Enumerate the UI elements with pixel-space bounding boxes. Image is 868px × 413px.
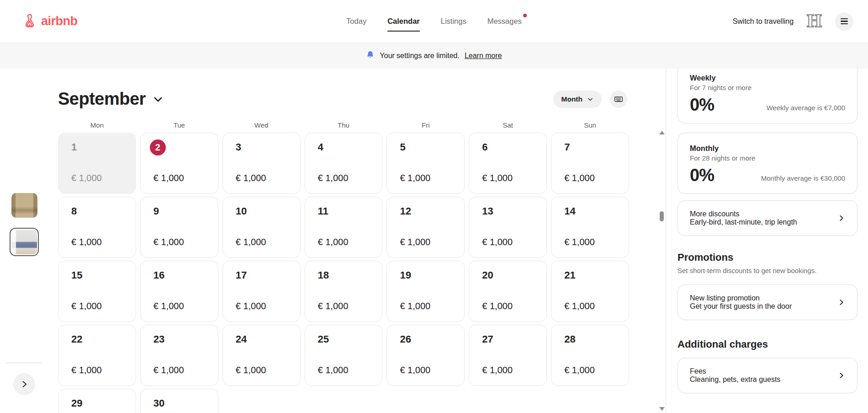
- fees-card[interactable]: Fees Cleaning, pets, extra guests: [677, 358, 857, 393]
- listing-thumbnail-cathedral[interactable]: [11, 193, 37, 218]
- monthly-discount-value: 0%: [690, 166, 714, 185]
- scrollbar-thumb[interactable]: [660, 211, 664, 221]
- day-number: 19: [400, 269, 464, 281]
- pricing-settings-sidebar: Weekly For 7 nights or more 0% Weekly av…: [666, 69, 868, 413]
- more-discounts-card[interactable]: More discounts Early-bird, last-minute, …: [677, 200, 857, 236]
- day-number: 26: [400, 333, 464, 345]
- day-price: € 1,000: [153, 365, 184, 375]
- month-title-label: September: [58, 89, 146, 109]
- content-area: September Month: [0, 69, 868, 413]
- calendar-day-cell[interactable]: 21€ 1,000: [551, 261, 629, 322]
- calendar-day-cell[interactable]: 18€ 1,000: [305, 261, 383, 322]
- day-price: € 1,000: [482, 237, 513, 247]
- card-subtitle: Get your first guests in the door: [690, 302, 838, 311]
- calendar-day-cell[interactable]: 26€ 1,000: [386, 325, 465, 386]
- day-number: 16: [153, 269, 218, 281]
- calendar-day-cell[interactable]: 17€ 1,000: [222, 261, 301, 322]
- calendar-day-cell[interactable]: 25€ 1,000: [305, 325, 383, 386]
- calendar-day-cell[interactable]: 6€ 1,000: [469, 133, 547, 194]
- calendar-day-cell[interactable]: 12€ 1,000: [386, 197, 465, 258]
- day-number: 6: [482, 141, 546, 153]
- calendar-day-cell[interactable]: 11€ 1,000: [305, 197, 383, 258]
- weekday-label: Sat: [469, 121, 547, 129]
- view-mode-dropdown[interactable]: Month: [553, 91, 602, 108]
- calendar-day-cell[interactable]: 3€ 1,000: [222, 133, 301, 194]
- month-selector[interactable]: September: [58, 89, 164, 109]
- listing-rail: [0, 69, 58, 413]
- keyboard-shortcuts-button[interactable]: [610, 91, 627, 108]
- bell-icon: [366, 50, 375, 61]
- airbnb-logo[interactable]: airbnb: [22, 12, 78, 31]
- switch-to-travelling-link[interactable]: Switch to travelling: [733, 17, 794, 26]
- calendar-scrollbar[interactable]: [658, 131, 665, 411]
- calendar-day-cell[interactable]: 24€ 1,000: [222, 325, 301, 386]
- day-number: 15: [71, 269, 136, 281]
- top-navigation-bar: airbnb Today Calendar Listings Messages …: [0, 0, 868, 43]
- scroll-down-arrow-icon[interactable]: [659, 407, 665, 411]
- day-number: 24: [236, 333, 300, 345]
- day-price: € 1,000: [318, 365, 349, 375]
- view-mode-label: Month: [561, 95, 582, 103]
- day-number: 18: [318, 269, 382, 281]
- nav-tab-messages[interactable]: Messages: [487, 15, 522, 27]
- monthly-discount-card[interactable]: Monthly For 28 nights or more 0% Monthly…: [677, 133, 857, 194]
- day-price: € 1,000: [400, 301, 430, 311]
- calendar-day-cell[interactable]: 16€ 1,000: [140, 261, 218, 322]
- calendar-day-cell[interactable]: 1€ 1,000: [58, 133, 136, 194]
- day-number: 4: [318, 141, 382, 153]
- chevron-right-icon: [20, 380, 29, 389]
- learn-more-link[interactable]: Learn more: [465, 52, 502, 60]
- day-price: € 1,000: [153, 301, 184, 311]
- calendar-day-cell[interactable]: 28€ 1,000: [551, 325, 629, 386]
- calendar-day-cell[interactable]: 20€ 1,000: [469, 261, 547, 322]
- weekday-label: Sun: [551, 121, 629, 129]
- calendar-day-cell[interactable]: 22€ 1,000: [58, 325, 136, 386]
- calendar-day-cell[interactable]: 14€ 1,000: [551, 197, 629, 258]
- calendar-day-cell[interactable]: 8€ 1,000: [58, 197, 136, 258]
- calendar-day-cell[interactable]: 4€ 1,000: [305, 133, 383, 194]
- hamburger-icon: [841, 18, 848, 19]
- calendar-day-cell[interactable]: 30: [140, 389, 218, 413]
- card-title: More discounts: [690, 210, 838, 218]
- header-right-cluster: Switch to travelling H: [733, 12, 853, 31]
- weekday-header-row: MonTueWedThuFriSatSun: [58, 121, 629, 129]
- calendar-day-cell[interactable]: 23€ 1,000: [140, 325, 218, 386]
- calendar-day-cell[interactable]: 10€ 1,000: [222, 197, 301, 258]
- day-number: 11: [318, 205, 382, 217]
- listing-thumbnail-selected[interactable]: [10, 228, 39, 256]
- day-price: € 1,000: [482, 301, 513, 311]
- new-listing-promotion-card[interactable]: New listing promotion Get your first gue…: [677, 284, 857, 320]
- card-subtitle: For 7 nights or more: [690, 84, 845, 91]
- calendar-day-cell[interactable]: 15€ 1,000: [58, 261, 136, 322]
- day-number: 22: [71, 333, 136, 345]
- day-price: € 1,000: [318, 173, 349, 183]
- calendar-grid: 1€ 1,0002€ 1,0003€ 1,0004€ 1,0005€ 1,000…: [58, 133, 629, 413]
- calendar-day-cell[interactable]: 9€ 1,000: [140, 197, 218, 258]
- profile-monogram[interactable]: H: [806, 13, 822, 30]
- calendar-day-cell[interactable]: 13€ 1,000: [469, 197, 547, 258]
- calendar-day-cell[interactable]: 5€ 1,000: [386, 133, 465, 194]
- unread-messages-dot: [523, 14, 527, 17]
- day-price: € 1,000: [236, 301, 266, 311]
- calendar-day-cell[interactable]: 7€ 1,000: [551, 133, 629, 194]
- day-price: € 1,000: [236, 365, 266, 375]
- nav-tab-listings[interactable]: Listings: [441, 15, 466, 27]
- weekly-discount-card[interactable]: Weekly For 7 nights or more 0% Weekly av…: [677, 69, 857, 123]
- day-price: € 1,000: [71, 365, 102, 375]
- card-title: Fees: [690, 367, 838, 375]
- hamburger-menu-button[interactable]: [835, 12, 853, 31]
- card-title: New listing promotion: [690, 294, 838, 302]
- card-subtitle: For 28 nights or more: [690, 154, 845, 162]
- calendar-day-cell[interactable]: 27€ 1,000: [469, 325, 547, 386]
- day-number: 7: [564, 141, 629, 153]
- weekday-label: Thu: [305, 121, 383, 129]
- calendar-day-cell[interactable]: 2€ 1,000: [140, 133, 218, 194]
- next-listing-button[interactable]: [13, 373, 35, 395]
- nav-tab-calendar[interactable]: Calendar: [387, 15, 420, 27]
- calendar-day-cell[interactable]: 19€ 1,000: [386, 261, 465, 322]
- day-number: 9: [153, 205, 218, 217]
- nav-tab-today[interactable]: Today: [346, 15, 366, 27]
- calendar-day-cell[interactable]: 29: [58, 389, 136, 413]
- day-price: € 1,000: [564, 365, 595, 375]
- scroll-up-arrow-icon[interactable]: [659, 131, 665, 134]
